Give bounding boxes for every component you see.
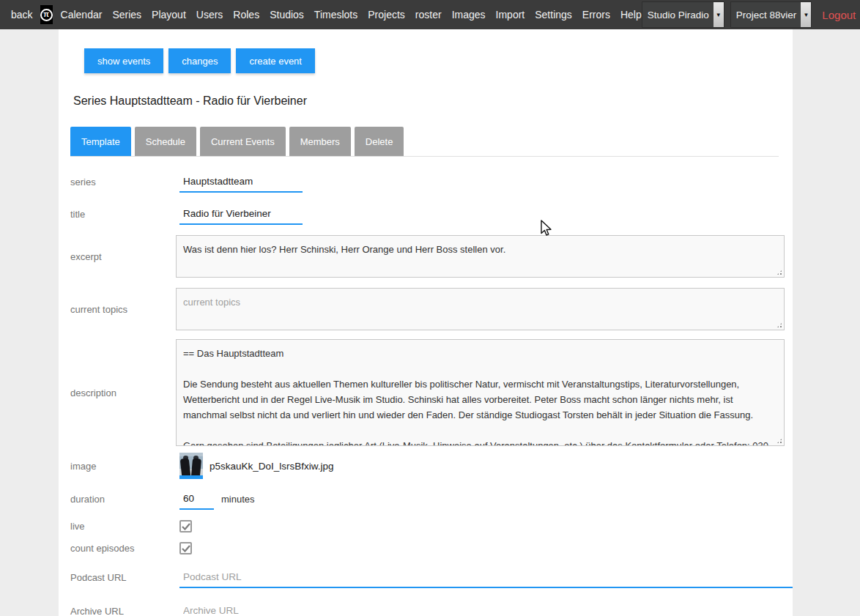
series-input[interactable] [179,171,303,193]
project-select[interactable]: Project 88vier ▼ [730,1,812,28]
logout-link[interactable]: Logout [822,9,856,21]
nav-item-roster[interactable]: roster [415,9,442,21]
title-label: title [70,209,176,220]
duration-row: duration minutes [70,488,793,510]
description-label: description [70,387,176,398]
tab-bar: Template Schedule Current Events Members… [70,127,779,157]
chevron-down-icon: ▼ [801,2,811,27]
current-topics-textarea[interactable] [176,288,785,330]
show-events-button[interactable]: show events [84,48,163,73]
duration-input[interactable] [179,488,214,510]
nav-item-errors[interactable]: Errors [582,9,610,21]
series-label: series [70,177,176,188]
title-row: title [70,203,793,225]
top-navbar: back π Calendar Series Playout Users Rol… [0,0,860,29]
excerpt-textarea[interactable]: Was ist denn hier los? Herr Schinski, He… [176,235,785,278]
template-form: series title excerpt Was ist denn hier l… [70,171,793,616]
podcast-url-input[interactable] [179,566,793,588]
nav-item-calendar[interactable]: Calendar [61,9,103,21]
image-label: image [70,461,176,472]
podcast-url-label: Podcast URL [70,572,176,583]
live-row: live [70,520,793,532]
chevron-down-icon: ▼ [713,2,724,27]
nav-item-playout[interactable]: Playout [152,9,186,21]
nav-item-roles[interactable]: Roles [233,9,259,21]
description-textarea[interactable]: == Das Hauptstadtteam Die Sendung besteh… [176,339,785,446]
live-label: live [70,521,176,532]
action-buttons: show events changes create event [84,48,793,73]
tab-delete[interactable]: Delete [355,127,404,156]
tab-current-events[interactable]: Current Events [200,127,286,156]
studio-select[interactable]: Studio Piradio ▼ [642,1,724,28]
nav-item-projects[interactable]: Projects [368,9,405,21]
podcast-url-row: Podcast URL [70,566,793,588]
series-row: series [70,171,793,193]
description-row: description == Das Hauptstadtteam Die Se… [70,339,793,446]
live-checkbox[interactable] [179,520,192,532]
back-link[interactable]: back [11,9,33,21]
create-event-button[interactable]: create event [236,48,315,73]
page-title: Series Hauptstadtteam - Radio für Vierbe… [73,94,793,108]
title-input[interactable] [179,203,303,225]
nav-item-images[interactable]: Images [452,9,486,21]
archive-url-label: Archive URL [70,606,176,616]
piradio-logo-icon[interactable]: π [40,5,53,24]
nav-menu: Calendar Series Playout Users Roles Stud… [61,9,642,21]
duration-label: duration [70,494,176,505]
count-episodes-row: count episodes [70,542,793,554]
nav-item-users[interactable]: Users [196,9,223,21]
count-episodes-checkbox[interactable] [179,542,192,554]
nav-item-help[interactable]: Help [620,9,642,21]
tab-schedule[interactable]: Schedule [135,127,196,156]
image-filename[interactable]: p5skauKk_DoI_lsrsBfxiw.jpg [210,461,334,472]
count-episodes-label: count episodes [70,543,176,554]
nav-item-import[interactable]: Import [496,9,525,21]
series-image-thumbnail[interactable] [179,453,203,479]
archive-url-row: Archive URL [70,600,793,616]
content-card: show events changes create event Series … [59,29,793,616]
image-row: image p5skauKk_DoI_lsrsBfxiw.jpg [70,453,793,479]
tab-template[interactable]: Template [70,127,131,156]
duration-unit: minutes [221,494,255,505]
nav-item-timeslots[interactable]: Timeslots [314,9,357,21]
nav-item-settings[interactable]: Settings [535,9,572,21]
excerpt-label: excerpt [70,251,176,262]
current-topics-row: current topics [70,288,793,330]
current-topics-label: current topics [70,304,176,315]
archive-url-input[interactable] [179,600,793,616]
nav-item-studios[interactable]: Studios [270,9,304,21]
excerpt-row: excerpt Was ist denn hier los? Herr Schi… [70,235,793,278]
tab-members[interactable]: Members [289,127,351,156]
nav-item-series[interactable]: Series [112,9,141,21]
changes-button[interactable]: changes [168,48,231,73]
